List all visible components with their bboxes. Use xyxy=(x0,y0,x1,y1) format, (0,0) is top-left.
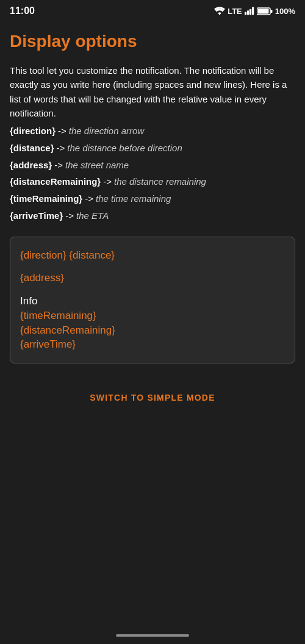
svg-rect-6 xyxy=(270,10,272,13)
main-content: Display options This tool let you custom… xyxy=(0,22,305,417)
var-arrow-distanceRemaining: -> xyxy=(103,173,112,190)
switch-button-container: SWITCH TO SIMPLE MODE xyxy=(10,388,295,407)
wifi-icon xyxy=(214,7,225,15)
variable-row-direction: {direction} -> the direction arrow xyxy=(10,123,295,140)
var-key-address: {address} xyxy=(10,157,52,174)
bottom-bar-indicator xyxy=(116,634,189,637)
variable-row-timeRemaining: {timeRemaining} -> the time remaining xyxy=(10,190,295,207)
svg-rect-0 xyxy=(245,12,246,15)
var-desc-timeRemaining: the time remaining xyxy=(96,190,171,207)
var-key-arriveTime: {arriveTime} xyxy=(10,207,63,224)
var-desc-direction: the direction arrow xyxy=(69,123,144,140)
var-desc-address: the street name xyxy=(65,157,129,174)
svg-rect-1 xyxy=(247,10,249,15)
preview-address: {address} xyxy=(20,272,64,284)
battery-label: 100% xyxy=(275,7,295,16)
page-title: Display options xyxy=(10,32,295,51)
var-key-direction: {direction} xyxy=(10,123,56,140)
preview-distanceRemaining: {distanceRemaining} xyxy=(20,324,115,336)
preview-line-1: {direction} {distance} xyxy=(20,248,285,263)
variable-row-arriveTime: {arriveTime} -> the ETA xyxy=(10,207,295,224)
svg-rect-3 xyxy=(252,7,254,15)
var-key-timeRemaining: {timeRemaining} xyxy=(10,190,82,207)
preview-timeRemaining: {timeRemaining} xyxy=(20,310,96,321)
description-text: This tool let you customize the notifica… xyxy=(10,63,295,120)
svg-rect-2 xyxy=(249,9,251,15)
var-desc-arriveTime: the ETA xyxy=(76,207,109,224)
variable-row-distanceRemaining: {distanceRemaining} -> the distance rema… xyxy=(10,173,295,190)
signal-icon xyxy=(245,7,254,15)
var-key-distanceRemaining: {distanceRemaining} xyxy=(10,173,101,190)
switch-to-simple-mode-button[interactable]: SWITCH TO SIMPLE MODE xyxy=(80,388,224,407)
var-key-distance: {distance} xyxy=(10,140,54,157)
var-arrow-distance: -> xyxy=(57,140,65,157)
var-arrow-address: -> xyxy=(54,157,63,174)
variables-list: {direction} -> the direction arrow {dist… xyxy=(10,123,295,224)
svg-rect-5 xyxy=(257,9,268,13)
var-desc-distance: the distance before direction xyxy=(67,140,182,157)
preview-line-2: {address} xyxy=(20,271,285,285)
preview-arriveTime: {arriveTime} xyxy=(20,338,76,350)
var-desc-distanceRemaining: the distance remaining xyxy=(114,173,206,190)
var-arrow-timeRemaining: -> xyxy=(85,190,93,207)
status-icons: LTE 100% xyxy=(214,7,295,16)
preview-box: {direction} {distance} {address} Info {t… xyxy=(10,237,295,364)
variable-row-distance: {distance} -> the distance before direct… xyxy=(10,140,295,157)
variable-row-address: {address} -> the street name xyxy=(10,157,295,174)
preview-line-3: Info {timeRemaining} {distanceRemaining}… xyxy=(20,294,285,352)
battery-icon xyxy=(257,7,273,15)
var-arrow-arriveTime: -> xyxy=(65,207,74,224)
var-arrow-direction: -> xyxy=(58,123,66,140)
preview-direction-distance: {direction} {distance} xyxy=(20,249,115,261)
status-time: 11:00 xyxy=(10,5,35,16)
lte-label: LTE xyxy=(228,7,242,16)
preview-info-label: Info xyxy=(20,295,37,307)
status-bar: 11:00 LTE 100% xyxy=(0,0,305,22)
